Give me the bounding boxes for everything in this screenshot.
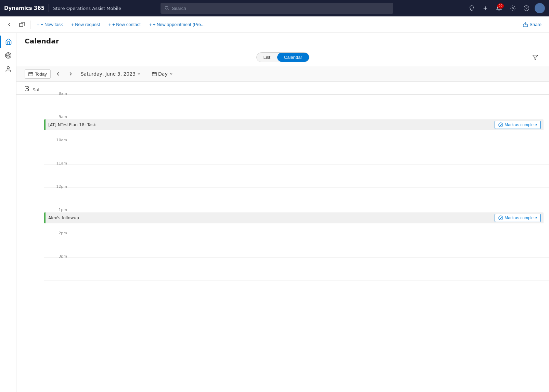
search-icon [165, 6, 169, 11]
new-contact-plus-icon: + [108, 22, 111, 27]
user-avatar[interactable] [535, 3, 545, 13]
top-navigation-bar: Dynamics 365 Store Operations Assist Mob… [0, 0, 549, 16]
brand-area: Dynamics 365 Store Operations Assist Mob… [4, 4, 121, 12]
view-selector[interactable]: Day [149, 70, 176, 78]
slot-content-8am [44, 95, 549, 118]
add-icon-button[interactable] [480, 3, 491, 14]
calendar-icon [28, 71, 33, 76]
time-slot-9am: 9am [AT] NTestPlan-18: Task Mark as comp… [44, 118, 549, 141]
time-slot-12pm: 12pm [44, 188, 549, 211]
day-number: 3 [25, 84, 29, 93]
sidebar-item-goals[interactable] [2, 49, 14, 62]
svg-rect-14 [152, 73, 156, 76]
toolbar-separator [30, 21, 30, 29]
svg-point-15 [499, 123, 503, 127]
svg-point-5 [524, 6, 529, 11]
page-header: Calendar [16, 33, 549, 48]
time-slot-8am: 8am [44, 95, 549, 118]
new-appointment-label: + New appointment (Pre... [153, 22, 204, 27]
svg-point-11 [7, 67, 9, 69]
day-header: 3 Sat [16, 82, 549, 95]
time-slot-2pm: 2pm [44, 234, 549, 258]
top-bar-icons: 99 [466, 3, 545, 14]
view-controls: List Calendar [16, 48, 549, 66]
search-bar[interactable] [161, 3, 393, 14]
share-button[interactable]: Share [520, 20, 545, 29]
time-slot-3pm: 3pm [44, 258, 549, 281]
new-appointment-plus-icon: + [149, 22, 152, 27]
new-task-button[interactable]: + + New task [33, 19, 66, 29]
mark-complete-ntestplan-label: Mark as complete [505, 122, 537, 127]
help-icon-button[interactable] [521, 3, 532, 14]
slot-content-12pm [44, 188, 549, 211]
slot-content-10am [44, 141, 549, 164]
today-button[interactable]: Today [25, 69, 51, 79]
mark-complete-alexfollowup-button[interactable]: Mark as complete [495, 214, 541, 222]
home-icon [5, 38, 12, 45]
new-request-plus-icon: + [71, 22, 74, 27]
profile-icon [5, 66, 12, 73]
time-slot-11am: 11am [44, 165, 549, 188]
calendar-navigation: Today Saturday, June 3, 2023 [16, 66, 549, 82]
prev-date-button[interactable] [53, 69, 63, 79]
slot-content-2pm [44, 234, 549, 257]
share-icon [523, 22, 528, 27]
new-task-label: + New task [41, 22, 63, 27]
notifications-icon-button[interactable]: 99 [494, 3, 505, 14]
page-title: Calendar [25, 37, 59, 45]
time-slot-10am: 10am [44, 141, 549, 165]
app-name: Store Operations Assist Mobile [53, 6, 121, 11]
new-window-button[interactable] [16, 19, 27, 30]
svg-point-10 [8, 55, 9, 56]
settings-icon-button[interactable] [507, 3, 518, 14]
calendar-view-button[interactable]: Calendar [277, 53, 309, 62]
new-appointment-button[interactable]: + + New appointment (Pre... [145, 19, 208, 29]
mark-complete-ntestplan-button[interactable]: Mark as complete [495, 121, 541, 129]
view-mode-label: Day [158, 71, 168, 77]
back-button[interactable] [4, 19, 15, 30]
list-view-button[interactable]: List [257, 53, 277, 62]
brand-title: Dynamics 365 [4, 5, 44, 11]
svg-point-9 [7, 54, 10, 57]
svg-line-1 [168, 9, 169, 10]
check-circle-icon [498, 122, 503, 127]
share-label: Share [529, 22, 541, 27]
date-display[interactable]: Saturday, June 3, 2023 [78, 70, 144, 78]
svg-marker-12 [533, 55, 538, 60]
new-contact-label: + New contact [112, 22, 141, 27]
svg-rect-13 [29, 73, 33, 76]
mark-complete-alexfollowup-label: Mark as complete [505, 215, 537, 220]
today-label: Today [35, 71, 47, 77]
filter-button[interactable] [530, 52, 541, 63]
main-layout: Calendar List Calendar Today [0, 33, 549, 392]
slot-content-11am [44, 165, 549, 187]
svg-point-4 [512, 8, 514, 9]
brand-divider [49, 4, 49, 12]
day-name: Sat [33, 87, 40, 92]
slot-content-3pm [44, 258, 549, 280]
notifications-badge: 99 [497, 3, 504, 9]
event-ntestplan: [AT] NTestPlan-18: Task Mark as complete [44, 119, 544, 130]
event-ntestplan-title: [AT] NTestPlan-18: Task [48, 122, 96, 127]
content-area: Calendar List Calendar Today [16, 33, 549, 392]
slot-content-1pm: Alex's followup Mark as complete [44, 211, 549, 234]
new-request-label: New request [75, 22, 100, 27]
event-alexfollowup: Alex's followup Mark as complete [44, 212, 544, 223]
lightbulb-icon-button[interactable] [466, 3, 477, 14]
sidebar-item-home[interactable] [0, 36, 16, 48]
goals-icon [5, 52, 12, 59]
svg-point-8 [5, 53, 11, 58]
new-request-button[interactable]: + New request [67, 19, 103, 29]
time-slots-container: 8am 9am [AT] NTestPlan-18: Task [16, 95, 549, 281]
sidebar [0, 33, 16, 392]
view-dropdown-icon [169, 72, 173, 76]
search-input[interactable] [172, 6, 389, 11]
new-contact-button[interactable]: + + New contact [105, 19, 144, 29]
date-dropdown-icon [137, 72, 141, 76]
sidebar-item-profile[interactable] [2, 63, 14, 75]
calendar-grid: 3 Sat 8am 9am [AT] NTestPlan-18: Task [16, 82, 549, 392]
slot-content-9am: [AT] NTestPlan-18: Task Mark as complete [44, 118, 549, 141]
new-task-plus-icon: + [37, 22, 40, 27]
next-date-button[interactable] [66, 69, 75, 79]
event-alexfollowup-title: Alex's followup [48, 215, 79, 220]
